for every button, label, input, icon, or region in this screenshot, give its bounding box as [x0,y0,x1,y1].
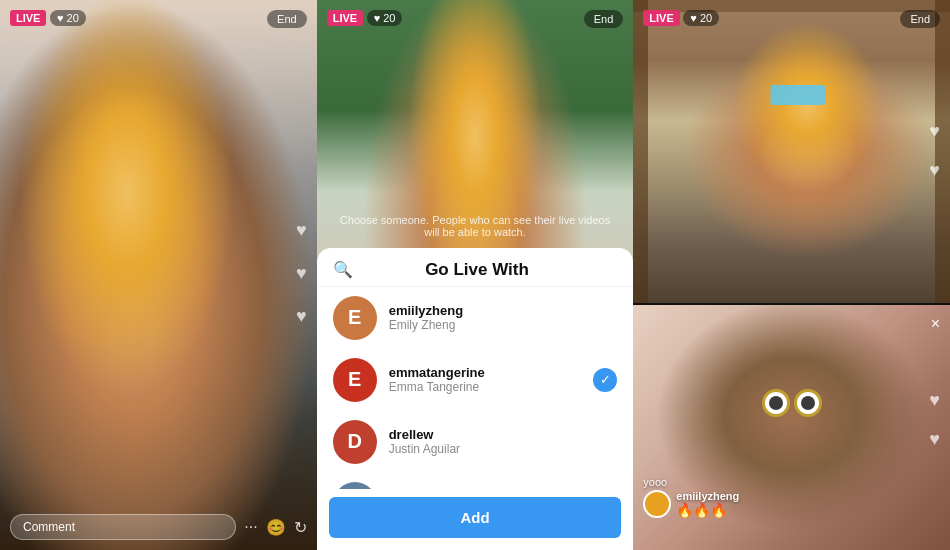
dots-icon[interactable]: ··· [244,518,257,536]
right-top-bg [633,0,950,303]
mid-panel: LIVE ♥ 20 End Choose someone. People who… [317,0,634,550]
left-live-badge: LIVE [10,10,46,26]
mid-live-badge: LIVE [327,10,363,26]
emoji-row: 🔥🔥🔥 [676,502,739,518]
mid-viewer-count: 20 [383,12,395,24]
right-bottom-panel: × yooo emiilyzheng 🔥🔥🔥 ♥ ♥ [633,305,950,551]
right-top-end-button[interactable]: End [900,10,940,28]
ar-filter [771,85,826,105]
heart-icon-right: ♥ [690,12,697,24]
user-item-emiilyzheng[interactable]: E emiilyzheng Emily Zheng [317,287,634,349]
user-list: E emiilyzheng Emily Zheng E emmatangerin… [317,287,634,490]
sheet-title: Go Live With [361,260,618,280]
heart-3: ♥ [296,306,307,327]
yoo-text: yooo [643,476,739,488]
heart-1: ♥ [296,220,307,241]
viewer-info: yooo emiilyzheng 🔥🔥🔥 [643,476,739,518]
displayname-emmatangerine: Emma Tangerine [389,380,582,394]
right-panel: LIVE ♥ 20 End ♥ ♥ × [633,0,950,550]
mid-viewers-badge: ♥ 20 [367,10,403,26]
user-item-emmatangerine[interactable]: E emmatangerine Emma Tangerine ✓ [317,349,634,411]
emoji-icon[interactable]: 😊 [266,518,286,537]
user-info-drellew: drellew Justin Aguilar [389,427,618,456]
go-live-sheet: 🔍 Go Live With E emiilyzheng Emily Zheng… [317,248,634,551]
displayname-emiilyzheng: Emily Zheng [389,318,618,332]
left-comment-input[interactable]: Comment [10,514,236,540]
mid-top-area: LIVE ♥ 20 End Choose someone. People who… [317,0,634,248]
left-hearts: ♥ ♥ ♥ [296,220,307,327]
mid-end-button[interactable]: End [584,10,624,28]
user-item-drellew[interactable]: D drellew Justin Aguilar [317,411,634,473]
right-top-panel: LIVE ♥ 20 End ♥ ♥ [633,0,950,303]
heart-icon-mid: ♥ [374,12,381,24]
username-emmatangerine: emmatangerine [389,365,582,380]
displayname-drellew: Justin Aguilar [389,442,618,456]
left-end-button[interactable]: End [267,10,307,28]
user-info-emiilyzheng: emiilyzheng Emily Zheng [389,303,618,332]
search-icon[interactable]: 🔍 [333,260,353,279]
small-username: emiilyzheng [676,490,739,502]
avatar-emiilyzheng: E [333,296,377,340]
avatar-emmatangerine: E [333,358,377,402]
right-top-hearts: ♥ ♥ [929,121,940,181]
left-bg [0,0,317,550]
avatar-drellew: D [333,420,377,464]
add-button[interactable]: Add [329,497,622,538]
close-button[interactable]: × [931,315,940,333]
right-heart-2: ♥ [929,160,940,181]
username-emiilyzheng: emiilyzheng [389,303,618,318]
mid-overlay: LIVE ♥ 20 End Choose someone. People who… [317,0,634,550]
avatar-lauraclaresnee: L [333,482,377,490]
small-avatar [643,490,671,518]
heart-icon-small: ♥ [57,12,64,24]
user-info-emmatangerine: emmatangerine Emma Tangerine [389,365,582,394]
left-viewers-badge: ♥ 20 [50,10,86,26]
panel-divider [633,303,950,305]
bottom-heart-1: ♥ [929,390,940,411]
right-top-viewers-badge: ♥ 20 [683,10,719,26]
right-top-viewer-count: 20 [700,12,712,24]
bottom-heart-2: ♥ [929,429,940,450]
left-viewer-count: 20 [67,12,79,24]
user-item-lauraclaresnee[interactable]: L lauraclaresnee Laura Claresnee [317,473,634,490]
share-icon[interactable]: ↻ [294,518,307,537]
right-top-live-badge: LIVE [643,10,679,26]
left-comment-bar: Comment ··· 😊 ↻ [10,514,307,540]
left-panel: LIVE ♥ 20 End ♥ ♥ ♥ Comment ··· 😊 ↻ [0,0,317,550]
choose-text: Choose someone. People who can see their… [317,214,634,238]
heart-2: ♥ [296,263,307,284]
username-drellew: drellew [389,427,618,442]
right-bottom-hearts: ♥ ♥ [929,390,940,450]
right-heart-1: ♥ [929,121,940,142]
sheet-search-row: 🔍 Go Live With [317,248,634,287]
selected-checkmark: ✓ [593,368,617,392]
googly-filter [728,366,855,440]
